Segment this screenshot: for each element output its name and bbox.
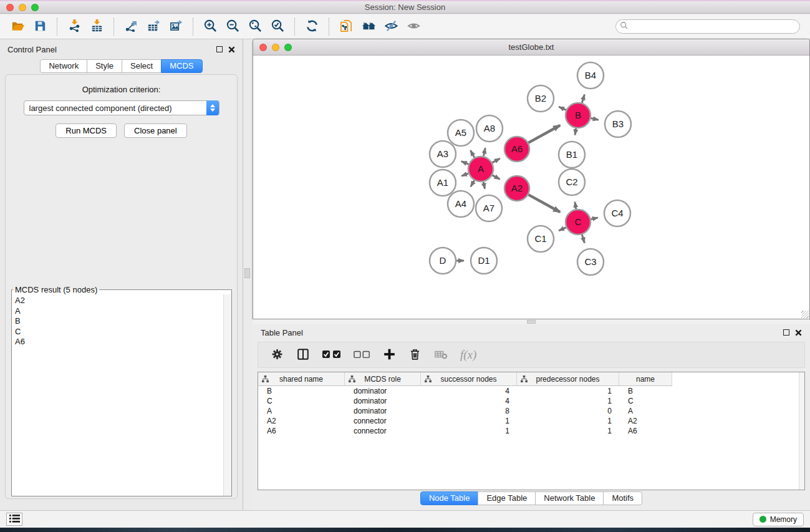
refresh-layout-button[interactable] bbox=[302, 17, 321, 36]
table-cell[interactable]: 1 bbox=[517, 386, 619, 396]
table-cell[interactable]: B bbox=[619, 386, 672, 396]
tab-mcds[interactable]: MCDS bbox=[161, 59, 202, 73]
float-panel-icon[interactable] bbox=[216, 46, 223, 52]
edge-A-A6[interactable] bbox=[492, 158, 499, 163]
edge-A2-C[interactable] bbox=[528, 195, 560, 212]
edge-A6-B[interactable] bbox=[528, 125, 560, 143]
table-cell[interactable]: 0 bbox=[517, 406, 619, 416]
select-all-checkboxes-button[interactable] bbox=[322, 346, 341, 364]
table-cell[interactable]: 4 bbox=[421, 396, 517, 406]
tab-style[interactable]: Style bbox=[87, 59, 122, 73]
result-scrollbar[interactable] bbox=[223, 294, 231, 496]
table-cell[interactable]: dominator bbox=[345, 396, 421, 406]
result-list-item[interactable]: B bbox=[12, 316, 223, 327]
table-cell[interactable]: C bbox=[619, 396, 672, 406]
table-cell[interactable]: A6 bbox=[258, 426, 345, 436]
save-session-button[interactable] bbox=[31, 17, 49, 36]
table-scrollbar[interactable] bbox=[799, 372, 804, 490]
result-list-item[interactable]: A bbox=[12, 306, 223, 317]
export-image-button[interactable] bbox=[166, 17, 185, 36]
delete-table-button[interactable] bbox=[434, 346, 448, 364]
function-builder-button[interactable]: f(x) bbox=[460, 346, 476, 364]
table-cell[interactable]: A6 bbox=[619, 426, 672, 436]
edge-A-A3[interactable] bbox=[461, 162, 469, 165]
edge-A-A8[interactable] bbox=[483, 148, 485, 156]
show-graphics-details-button[interactable] bbox=[404, 17, 423, 36]
table-cell[interactable]: C bbox=[258, 396, 345, 406]
memory-button[interactable]: Memory bbox=[753, 513, 804, 526]
splitter-grip[interactable] bbox=[527, 320, 536, 324]
column-header-MCDS-role[interactable]: MCDS role bbox=[345, 372, 421, 386]
table-options-button[interactable] bbox=[271, 346, 284, 364]
delete-column-button[interactable] bbox=[408, 346, 422, 364]
result-list-item[interactable]: A2 bbox=[12, 296, 223, 306]
table-cell[interactable]: 1 bbox=[517, 416, 619, 426]
zoom-fit-button[interactable] bbox=[246, 17, 264, 36]
deselect-all-checkboxes-button[interactable] bbox=[354, 346, 370, 364]
vertical-splitter[interactable] bbox=[243, 39, 253, 510]
table-cell[interactable]: B bbox=[258, 386, 345, 396]
table-row[interactable]: Cdominator41C bbox=[258, 396, 804, 406]
edge-C-C2[interactable] bbox=[575, 202, 576, 210]
edge-A-A7[interactable] bbox=[483, 182, 485, 189]
table-cell[interactable]: A2 bbox=[258, 416, 345, 426]
table-cell[interactable]: 1 bbox=[517, 426, 619, 436]
search-field[interactable] bbox=[615, 19, 800, 34]
table-cell[interactable]: 1 bbox=[421, 426, 517, 436]
edge-B-B2[interactable] bbox=[559, 107, 566, 110]
new-network-from-selection-button[interactable] bbox=[337, 17, 355, 36]
float-panel-icon[interactable] bbox=[783, 329, 789, 336]
table-tab-node-table[interactable]: Node Table bbox=[420, 491, 479, 505]
close-panel-button[interactable]: Close panel bbox=[124, 123, 187, 138]
import-table-button[interactable] bbox=[87, 17, 106, 36]
window-resize-grip[interactable] bbox=[801, 311, 809, 318]
edge-C-C4[interactable] bbox=[591, 218, 597, 220]
edge-B-B4[interactable] bbox=[582, 95, 584, 103]
table-tab-edge-table[interactable]: Edge Table bbox=[478, 491, 536, 505]
edge-B-B1[interactable] bbox=[575, 128, 576, 135]
table-cell[interactable]: 1 bbox=[421, 416, 517, 426]
table-row[interactable]: Bdominator41B bbox=[258, 386, 804, 396]
table-row[interactable]: Adominator80A bbox=[258, 406, 804, 416]
search-input[interactable] bbox=[631, 22, 799, 31]
zoom-in-button[interactable] bbox=[201, 17, 219, 36]
table-cell[interactable]: A bbox=[258, 406, 345, 416]
network-canvas[interactable]: B4B2BB3A5A8A6B1A3AC2A1A2A4A7C4CC1C3DD1 bbox=[253, 56, 809, 319]
column-view-button[interactable] bbox=[296, 346, 310, 364]
add-column-button[interactable] bbox=[383, 346, 396, 364]
export-table-button[interactable] bbox=[144, 17, 163, 36]
hide-graphics-details-button[interactable] bbox=[382, 17, 400, 36]
edge-C-C3[interactable] bbox=[582, 235, 584, 243]
network-graph[interactable]: B4B2BB3A5A8A6B1A3AC2A1A2A4A7C4CC1C3DD1 bbox=[253, 56, 809, 319]
table-cell[interactable]: dominator bbox=[345, 406, 421, 416]
table-cell[interactable]: 1 bbox=[517, 396, 619, 406]
close-panel-icon[interactable] bbox=[795, 329, 802, 336]
table-tab-network-table[interactable]: Network Table bbox=[535, 491, 604, 505]
edge-A-A1[interactable] bbox=[461, 173, 468, 176]
import-network-button[interactable] bbox=[65, 17, 84, 36]
table-cell[interactable]: 8 bbox=[421, 406, 517, 416]
table-cell[interactable]: dominator bbox=[345, 386, 421, 396]
table-cell[interactable]: 4 bbox=[421, 386, 517, 396]
close-panel-icon[interactable] bbox=[228, 46, 235, 53]
table-cell[interactable]: connector bbox=[345, 426, 421, 436]
result-list-item[interactable]: A6 bbox=[12, 337, 223, 347]
table-tab-motifs[interactable]: Motifs bbox=[603, 491, 642, 505]
table-cell[interactable]: A2 bbox=[619, 416, 672, 426]
tab-network[interactable]: Network bbox=[40, 59, 87, 73]
table-row[interactable]: A6connector11A6 bbox=[258, 426, 804, 436]
column-header-shared-name[interactable]: shared name bbox=[258, 372, 345, 386]
edge-B-B3[interactable] bbox=[591, 118, 599, 120]
edge-A-A4[interactable] bbox=[471, 180, 475, 186]
table-cell[interactable]: A bbox=[619, 406, 672, 416]
open-session-button[interactable] bbox=[8, 17, 27, 36]
column-header-name[interactable]: name bbox=[619, 372, 672, 386]
splitter-grip[interactable] bbox=[244, 268, 250, 278]
edge-C-C1[interactable] bbox=[559, 228, 566, 231]
column-header-successor-nodes[interactable]: successor nodes bbox=[421, 372, 517, 386]
task-history-button[interactable] bbox=[6, 513, 22, 526]
edge-A-A5[interactable] bbox=[470, 150, 474, 158]
zoom-selected-button[interactable] bbox=[268, 17, 287, 36]
column-header-predecessor-nodes[interactable]: predecessor nodes bbox=[517, 372, 619, 386]
tab-select[interactable]: Select bbox=[122, 59, 162, 73]
